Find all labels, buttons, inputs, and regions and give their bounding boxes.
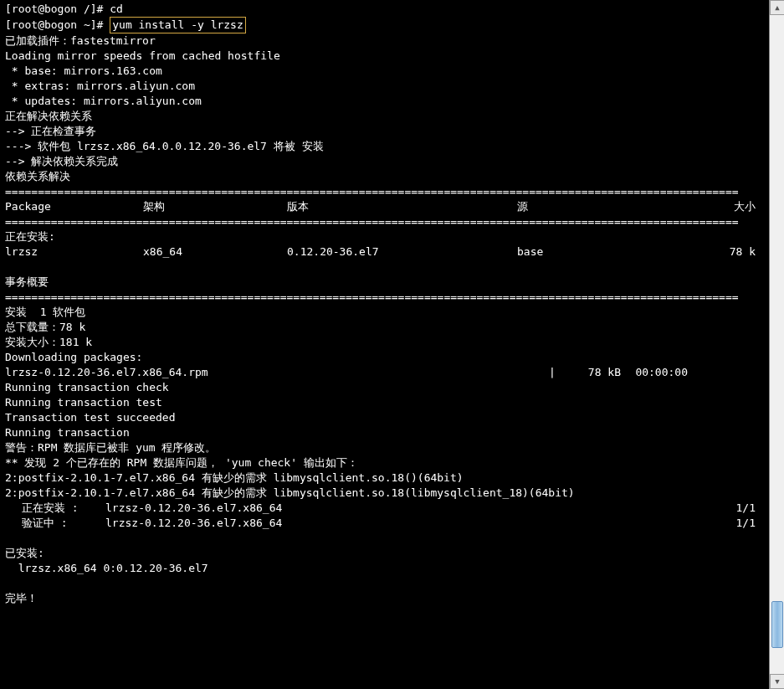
download-time: 00:00:00 [621,365,688,380]
output-line: --> 正在检查事务 [5,124,764,139]
output-line: * extras: mirrors.aliyun.com [5,79,764,94]
installed-pkg: lrzsz.x86_64 0:0.12.20-36.el7 [5,561,764,576]
output-line: * base: mirrors.163.com [5,64,764,79]
output-line: Running transaction check [5,380,764,395]
download-size: 78 kB [562,365,621,380]
install-step-row: 验证中 : lrzsz-0.12.20-36.el7.x86_64 1/1 [5,516,764,531]
install-step-pkg: lrzsz-0.12.20-36.el7.x86_64 [105,501,714,516]
prompt-line: [root@bogon ~]# yum install -y lrzsz [5,17,764,33]
output-line: Running transaction test [5,395,764,410]
output-line: Loading mirror speeds from cached hostfi… [5,49,764,64]
install-step-row: 正在安装 : lrzsz-0.12.20-36.el7.x86_64 1/1 [5,501,764,516]
output-line: 正在解决依赖关系 [5,109,764,124]
prompt-line: [root@bogon /]# cd [5,2,764,17]
terminal-output[interactable]: [root@bogon /]# cd [root@bogon ~]# yum i… [0,0,769,689]
done-label: 完毕！ [5,591,764,606]
install-step-pkg: lrzsz-0.12.20-36.el7.x86_64 [105,516,714,531]
installed-label: 已安装: [5,546,764,561]
output-line: --> 解决依赖关系完成 [5,154,764,169]
scroll-thumb[interactable] [771,601,783,648]
install-step-label: 验证中 : [5,516,105,531]
download-name: lrzsz-0.12.20-36.el7.x86_64.rpm [5,365,549,380]
output-line: 警告：RPM 数据库已被非 yum 程序修改。 [5,440,764,455]
install-count: 安装 1 软件包 [5,305,764,320]
col-header-arch: 架构 [143,199,287,214]
install-step-count: 1/1 [714,516,764,531]
table-divider: ========================================… [5,290,764,305]
blank-line [5,576,764,591]
output-line: Running transaction [5,425,764,440]
output-line: 已加载插件：fastestmirror [5,33,764,49]
blank-line [5,260,764,275]
output-line: ---> 软件包 lrzsz.x86_64.0.0.12.20-36.el7 将… [5,139,764,154]
output-line: 总下载量：78 k [5,320,764,335]
install-step-label: 正在安装 : [5,501,105,516]
scroll-up-button[interactable]: ▲ [770,0,784,15]
table-header-row: Package 架构 版本 源 大小 [5,199,764,214]
output-line: 2:postfix-2.10.1-7.el7.x86_64 有缺少的需求 lib… [5,470,764,486]
vertical-scrollbar[interactable]: ▲ ▼ [769,0,784,689]
cell-repo: base [517,244,651,260]
col-header-version: 版本 [287,199,517,214]
output-line: ** 发现 2 个已存在的 RPM 数据库问题， 'yum check' 输出如… [5,455,764,470]
output-line: 2:postfix-2.10.1-7.el7.x86_64 有缺少的需求 lib… [5,486,764,501]
download-bar: | [549,365,562,380]
table-divider: ========================================… [5,184,764,199]
prompt-prefix: [root@bogon ~]# [5,18,110,31]
cell-package: lrzsz [5,244,143,260]
table-divider: ========================================… [5,214,764,229]
table-row: lrzsz x86_64 0.12.20-36.el7 base 78 k [5,244,764,260]
output-line: * updates: mirrors.aliyun.com [5,94,764,109]
cell-arch: x86_64 [143,244,287,260]
col-header-repo: 源 [517,199,651,214]
scroll-down-button[interactable]: ▼ [770,674,784,689]
output-line: Transaction test succeeded [5,410,764,425]
blank-line [5,531,764,546]
output-line: 安装大小：181 k [5,335,764,350]
command-highlight: yum install -y lrzsz [110,17,246,33]
summary-label: 事务概要 [5,275,764,290]
download-row: lrzsz-0.12.20-36.el7.x86_64.rpm | 78 kB … [5,365,764,380]
output-line: Downloading packages: [5,350,764,365]
installing-label: 正在安装: [5,229,764,244]
cell-version: 0.12.20-36.el7 [287,244,517,260]
cell-size: 78 k [651,244,764,260]
col-header-size: 大小 [651,199,764,214]
install-step-count: 1/1 [714,501,764,516]
col-header-package: Package [5,199,143,214]
output-line: 依赖关系解决 [5,169,764,184]
